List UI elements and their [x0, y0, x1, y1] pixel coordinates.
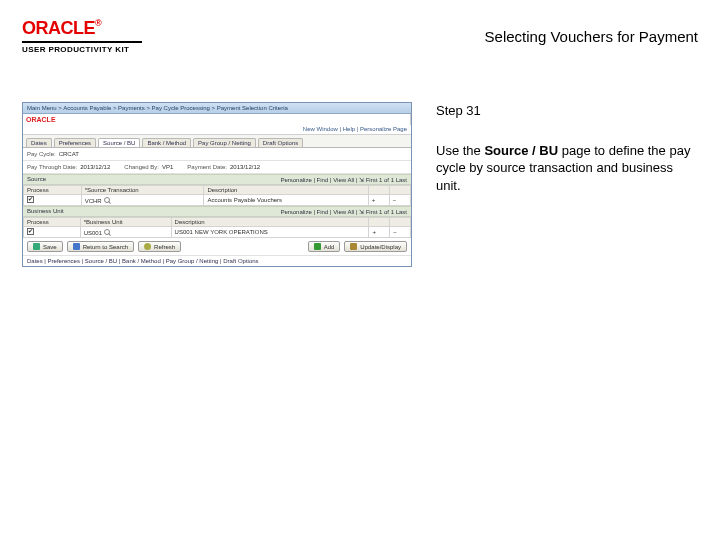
- tab-bank-method[interactable]: Bank / Method: [142, 138, 191, 147]
- col-process: Process: [24, 218, 81, 227]
- update-icon: [350, 243, 357, 250]
- refresh-icon: [144, 243, 151, 250]
- row-add-button[interactable]: +: [368, 195, 389, 206]
- product-line: USER PRODUCTIVITY KIT: [22, 45, 142, 54]
- col-source-txn: *Source Transaction: [81, 186, 204, 195]
- table-row: US001 US001 NEW YORK OPERATIONS + −: [24, 227, 411, 238]
- pay-through-label: Pay Through Date:: [27, 164, 77, 170]
- col-del: [389, 186, 410, 195]
- process-checkbox[interactable]: [27, 196, 34, 203]
- source-section-title: Source: [27, 176, 46, 183]
- col-process: Process: [24, 186, 82, 195]
- bu-section-header: Business Unit Personalize | Find | View …: [23, 206, 411, 217]
- oracle-wordmark: ORACLE: [22, 18, 95, 38]
- table-row: VCHR Accounts Payable Vouchers + −: [24, 195, 411, 206]
- brand-block: ORACLE® USER PRODUCTIVITY KIT: [22, 18, 142, 54]
- app-window-links: New Window | Help | Personalize Page: [23, 125, 411, 135]
- changed-by-value: VP1: [162, 164, 173, 170]
- source-section-header: Source Personalize | Find | View All | ⇲…: [23, 174, 411, 185]
- refresh-button[interactable]: Refresh: [138, 241, 181, 252]
- footer-tab-links: Dates | Preferences | Source / BU | Bank…: [23, 255, 411, 266]
- update-label: Update/Display: [360, 244, 401, 250]
- toolbar: Save Return to Search Refresh Add Update…: [23, 238, 411, 255]
- col-add: [368, 186, 389, 195]
- process-checkbox[interactable]: [27, 228, 34, 235]
- bu-section-title: Business Unit: [27, 208, 64, 215]
- col-add: [369, 218, 390, 227]
- return-icon: [73, 243, 80, 250]
- source-section-nav: Personalize | Find | View All | ⇲ First …: [280, 176, 407, 183]
- changed-by-label: Changed By:: [124, 164, 159, 170]
- pay-cycle-label: Pay Cycle:: [27, 151, 56, 157]
- lookup-icon[interactable]: [104, 229, 110, 235]
- tab-bar: Dates Preferences Source / BU Bank / Met…: [23, 135, 411, 148]
- table-header-row: Process *Business Unit Description: [24, 218, 411, 227]
- instruction-bold: Source / BU: [484, 143, 558, 158]
- bu-grid: Process *Business Unit Description US001…: [23, 217, 411, 238]
- app-screenshot: Main Menu > Accounts Payable > Payments …: [22, 102, 412, 267]
- tab-dates[interactable]: Dates: [26, 138, 52, 147]
- save-icon: [33, 243, 40, 250]
- row-add-button[interactable]: +: [369, 227, 390, 238]
- row-delete-button[interactable]: −: [389, 195, 410, 206]
- update-display-button[interactable]: Update/Display: [344, 241, 407, 252]
- registered-mark: ®: [95, 18, 101, 28]
- tab-source-bu[interactable]: Source / BU: [98, 138, 140, 147]
- instruction-panel: Step 31 Use the Source / BU page to defi…: [436, 102, 698, 267]
- step-label: Step 31: [436, 102, 698, 120]
- tab-draft-options[interactable]: Draft Options: [258, 138, 303, 147]
- app-breadcrumb-bar: Main Menu > Accounts Payable > Payments …: [23, 103, 411, 114]
- criteria-fields: Pay Cycle:CRCAT: [23, 148, 411, 161]
- source-txn-value[interactable]: VCHR: [85, 198, 102, 204]
- lookup-icon[interactable]: [104, 197, 110, 203]
- bu-section-nav: Personalize | Find | View All | ⇲ First …: [280, 208, 407, 215]
- logo-divider: [22, 41, 142, 43]
- source-grid: Process *Source Transaction Description …: [23, 185, 411, 206]
- col-description: Description: [171, 218, 369, 227]
- col-del: [390, 218, 411, 227]
- bu-desc: US001 NEW YORK OPERATIONS: [171, 227, 369, 238]
- return-to-search-button[interactable]: Return to Search: [67, 241, 134, 252]
- tab-pay-group-netting[interactable]: Pay Group / Netting: [193, 138, 256, 147]
- col-business-unit: *Business Unit: [80, 218, 171, 227]
- col-description: Description: [204, 186, 368, 195]
- save-label: Save: [43, 244, 57, 250]
- criteria-fields-2: Pay Through Date:2013/12/12 Changed By:V…: [23, 161, 411, 174]
- pay-through-value: 2013/12/12: [80, 164, 110, 170]
- save-button[interactable]: Save: [27, 241, 63, 252]
- oracle-logo: ORACLE®: [22, 18, 142, 39]
- app-brand: ORACLE: [23, 114, 411, 125]
- source-desc: Accounts Payable Vouchers: [204, 195, 368, 206]
- instruction-pre: Use the: [436, 143, 484, 158]
- tab-preferences[interactable]: Preferences: [54, 138, 96, 147]
- payment-date-label: Payment Date:: [187, 164, 227, 170]
- refresh-label: Refresh: [154, 244, 175, 250]
- add-label: Add: [324, 244, 335, 250]
- payment-date-value: 2013/12/12: [230, 164, 260, 170]
- instruction-text: Use the Source / BU page to define the p…: [436, 142, 698, 195]
- breadcrumb: Main Menu > Accounts Payable > Payments …: [27, 105, 288, 111]
- pay-cycle-value: CRCAT: [59, 151, 79, 157]
- bu-value[interactable]: US001: [84, 230, 102, 236]
- table-header-row: Process *Source Transaction Description: [24, 186, 411, 195]
- page-title: Selecting Vouchers for Payment: [485, 28, 698, 45]
- add-button[interactable]: Add: [308, 241, 341, 252]
- return-label: Return to Search: [83, 244, 128, 250]
- add-icon: [314, 243, 321, 250]
- row-delete-button[interactable]: −: [390, 227, 411, 238]
